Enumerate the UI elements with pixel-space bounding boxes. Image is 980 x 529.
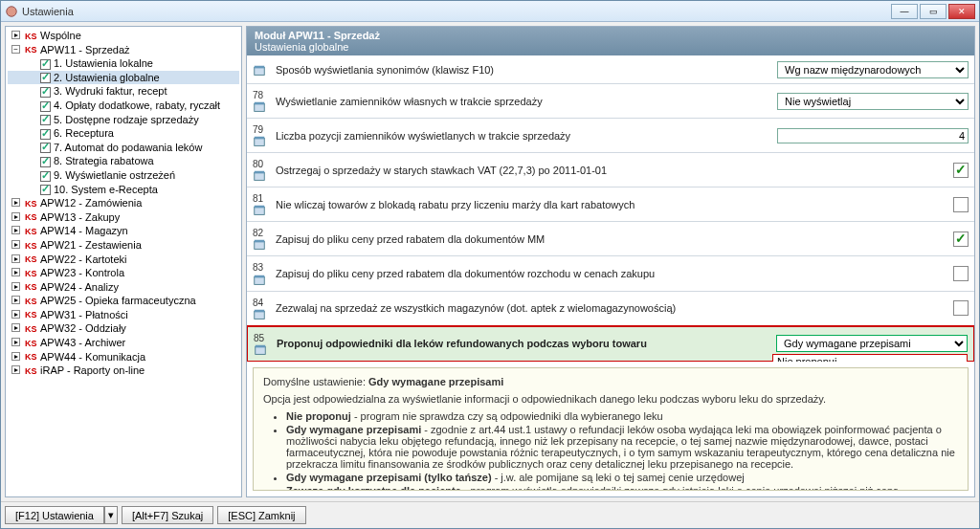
maximize-button[interactable]: ▭ xyxy=(920,4,947,19)
tree-checkbox[interactable] xyxy=(40,59,51,70)
close-footer-button[interactable]: [ESC] Zamknij xyxy=(217,506,305,524)
setting-number: 81 xyxy=(253,191,274,204)
setting-checkbox[interactable] xyxy=(953,197,969,212)
close-button[interactable]: ✕ xyxy=(948,4,975,19)
tree-item[interactable]: 1. Ustawienia lokalne xyxy=(8,56,239,71)
setting-row: 83Zapisuj do pliku ceny przed rabatem dl… xyxy=(247,256,974,291)
ks-icon: KS xyxy=(25,324,38,335)
setting-number: 78 xyxy=(253,88,274,100)
tree-item[interactable]: ▸KSAPW25 - Opieka farmaceutyczna xyxy=(8,294,239,308)
tree-item[interactable]: 7. Automat do podawania leków xyxy=(8,141,239,155)
tree-toggle[interactable]: ▸ xyxy=(11,268,20,276)
setting-icon xyxy=(253,273,276,286)
ks-icon: KS xyxy=(25,45,38,55)
tree-toggle[interactable]: ▸ xyxy=(11,212,20,221)
bullet-title: Gdy wymagane przepisami (tylko tańsze) xyxy=(286,472,492,483)
setting-number: 80 xyxy=(253,157,274,169)
tree-toggle[interactable]: ▸ xyxy=(11,296,20,304)
tree-label: APW24 - Analizy xyxy=(40,281,119,293)
tree-item[interactable]: 6. Receptura xyxy=(8,126,239,141)
tree-item[interactable]: ▸KSAPW21 - Zestawienia xyxy=(8,238,239,253)
tree-toggle[interactable]: ▸ xyxy=(11,31,20,39)
setting-control xyxy=(768,266,969,281)
tree-item[interactable]: 9. Wyświetlanie ostrzeżeń xyxy=(8,168,239,183)
tree-item[interactable]: ▸KSAPW44 - Komunikacja xyxy=(8,350,239,364)
desc-bullets: Nie proponuj - program nie sprawdza czy … xyxy=(286,410,958,491)
tree-item[interactable]: 8. Strategia rabatowa xyxy=(8,154,239,168)
tree-item[interactable]: ▸KSAPW13 - Zakupy xyxy=(8,210,239,225)
tree-item[interactable]: 3. Wydruki faktur, recept xyxy=(8,84,239,99)
tree-checkbox[interactable] xyxy=(40,171,51,182)
tree-toggle[interactable]: − xyxy=(11,45,20,54)
settings-button[interactable]: [F12] Ustawienia xyxy=(5,506,104,524)
tree-label: 4. Opłaty dodatkowe, rabaty, ryczałt xyxy=(54,99,220,111)
setting-select[interactable]: Wg nazw międzynarodowych xyxy=(777,61,969,78)
ks-icon: KS xyxy=(25,212,38,223)
tree-label: 10. System e-Recepta xyxy=(54,184,158,195)
tree-checkbox[interactable] xyxy=(40,185,51,195)
bullet-title: Nie proponuj xyxy=(286,410,351,422)
svg-rect-10 xyxy=(255,206,265,209)
tree-toggle[interactable]: ▸ xyxy=(11,198,20,207)
tree-item[interactable]: ▸KSiRAP - Raporty on-line xyxy=(8,364,239,378)
tree-item[interactable]: ▸KSAPW32 - Oddziały xyxy=(8,321,239,336)
tree-checkbox[interactable] xyxy=(40,143,51,153)
tree-item[interactable]: ▸KSAPW24 - Analizy xyxy=(8,280,239,295)
tree-toggle[interactable]: ▸ xyxy=(11,240,20,249)
settings-dropdown[interactable]: ▾ xyxy=(104,506,118,524)
setting-checkbox[interactable] xyxy=(953,163,969,178)
tree-item[interactable]: ▸KSAPW31 - Płatności xyxy=(8,308,239,322)
setting-select[interactable]: Gdy wymagane przepisami xyxy=(776,335,968,352)
setting-checkbox[interactable] xyxy=(953,231,969,247)
search-button[interactable]: [Alt+F7] Szukaj xyxy=(122,506,213,524)
ks-icon: KS xyxy=(25,366,38,377)
tree-toggle[interactable]: ▸ xyxy=(11,352,20,361)
setting-icon xyxy=(253,169,276,183)
tree-item[interactable]: 10. System e-Recepta xyxy=(8,183,239,197)
tree-checkbox[interactable] xyxy=(40,73,51,83)
svg-rect-7 xyxy=(255,173,265,181)
nav-tree[interactable]: ▸KSWspólne−KSAPW11 - Sprzedaż1. Ustawien… xyxy=(5,26,242,497)
tree-toggle[interactable]: ▸ xyxy=(11,338,20,346)
svg-rect-8 xyxy=(255,171,265,174)
setting-select[interactable]: Nie wyświetlaj xyxy=(777,93,969,110)
tree-item[interactable]: 4. Opłaty dodatkowe, rabaty, ryczałt xyxy=(8,99,239,113)
svg-rect-16 xyxy=(255,309,265,312)
tree-item[interactable]: ▸KSAPW22 - Kartoteki xyxy=(8,253,239,267)
tree-item[interactable]: ▸KSAPW23 - Kontrola xyxy=(8,266,239,280)
tree-item[interactable]: ▸KSAPW43 - Archiwer xyxy=(8,336,239,350)
ks-icon: KS xyxy=(25,352,38,363)
tree-label: 9. Wyświetlanie ostrzeżeń xyxy=(54,169,175,181)
tree-item[interactable]: 2. Ustawienia globalne xyxy=(8,71,239,85)
tree-toggle[interactable]: ▸ xyxy=(11,254,20,263)
tree-checkbox[interactable] xyxy=(40,157,51,167)
tree-toggle[interactable]: ▸ xyxy=(11,282,20,291)
tree-label: Wspólne xyxy=(40,30,81,41)
tree-label: 1. Ustawienia lokalne xyxy=(54,57,153,69)
tree-toggle[interactable]: ▸ xyxy=(11,310,20,319)
setting-icon xyxy=(254,343,277,357)
tree-toggle[interactable]: ▸ xyxy=(11,365,20,374)
svg-rect-1 xyxy=(255,67,265,75)
tree-item[interactable]: ▸KSAPW12 - Zamówienia xyxy=(8,196,239,210)
tree-checkbox[interactable] xyxy=(40,115,51,125)
tree-item[interactable]: ▸KSWspólne xyxy=(8,29,239,43)
titlebar[interactable]: Ustawienia — ▭ ✕ xyxy=(1,1,979,22)
tree-item[interactable]: 5. Dostępne rodzaje sprzedaży xyxy=(8,113,239,127)
minimize-button[interactable]: — xyxy=(891,4,918,19)
dropdown-list[interactable]: Nie proponujGdy wymagane przepisamiGdy w… xyxy=(772,354,968,362)
tree-checkbox[interactable] xyxy=(40,129,51,140)
tree-checkbox[interactable] xyxy=(40,101,51,112)
dropdown-option[interactable]: Nie proponuj xyxy=(773,355,967,362)
tree-toggle[interactable]: ▸ xyxy=(11,226,20,234)
tree-toggle[interactable]: ▸ xyxy=(11,323,20,332)
setting-row: 79Liczba pozycji zamienników wyświetlany… xyxy=(247,119,974,153)
setting-label: Liczba pozycji zamienników wyświetlanych… xyxy=(276,130,768,142)
tree-item[interactable]: −KSAPW11 - Sprzedaż xyxy=(8,43,239,57)
tree-checkbox[interactable] xyxy=(40,87,51,98)
setting-checkbox[interactable] xyxy=(953,266,969,281)
tree-item[interactable]: ▸KSAPW14 - Magazyn xyxy=(8,224,239,238)
setting-input[interactable] xyxy=(777,128,969,143)
ks-icon: KS xyxy=(25,241,38,252)
setting-checkbox[interactable] xyxy=(953,300,969,316)
